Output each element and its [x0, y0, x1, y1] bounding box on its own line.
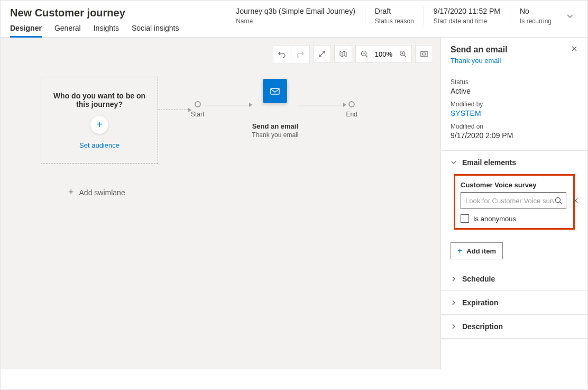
section-expiration[interactable]: Expiration: [441, 291, 587, 314]
meta-name: Journey q3b (Simple Email Journey) Name: [226, 7, 365, 25]
email-tile-title: Send an email: [252, 122, 298, 130]
section-description[interactable]: Description: [441, 315, 587, 338]
end-node: [348, 101, 355, 107]
expand-header-button[interactable]: [561, 7, 578, 20]
is-anonymous-checkbox[interactable]: [461, 214, 469, 223]
tab-designer[interactable]: Designer: [10, 21, 42, 38]
clear-survey-button[interactable]: [572, 197, 579, 204]
redo-button[interactable]: [291, 46, 309, 64]
zoom-in-button[interactable]: [394, 46, 411, 62]
customer-voice-highlight: Customer Voice survey: [454, 174, 575, 230]
add-item-button[interactable]: + Add item: [451, 242, 503, 259]
svg-rect-3: [271, 88, 279, 94]
svg-rect-2: [421, 51, 427, 57]
set-audience-link[interactable]: Set audience: [79, 141, 120, 149]
audience-question: Who do you want to be on this journey?: [50, 92, 149, 108]
status-value: Active: [451, 87, 578, 95]
survey-field-label: Customer Voice survey: [461, 181, 568, 189]
page-title: New Customer journey: [10, 7, 226, 19]
tab-social-insights[interactable]: Social insights: [132, 21, 179, 38]
section-schedule[interactable]: Schedule: [441, 267, 587, 291]
search-icon: [554, 196, 563, 205]
add-swimlane-button[interactable]: + Add swimlane: [68, 187, 125, 198]
modified-on-label: Modified on: [451, 123, 578, 130]
header-meta: Journey q3b (Simple Email Journey) Name …: [226, 7, 578, 25]
canvas-toolbar: 100%: [273, 45, 433, 64]
chevron-down-icon: [451, 159, 457, 166]
zoom-value: 100%: [373, 50, 394, 58]
is-anonymous-label: Is anonymous: [473, 215, 516, 223]
plus-icon: +: [68, 187, 74, 198]
panel-title: Send an email: [451, 45, 508, 55]
fullscreen-button[interactable]: [313, 45, 331, 63]
modified-by-value[interactable]: SYSTEM: [451, 109, 578, 117]
panel-email-link[interactable]: Thank you email: [451, 57, 508, 65]
audience-placeholder[interactable]: Who do you want to be on this journey? +…: [41, 77, 158, 164]
undo-button[interactable]: [273, 46, 291, 64]
designer-canvas[interactable]: 100% Who do you want to be on this journ…: [1, 38, 440, 369]
meta-recurring: No Is recurring: [510, 7, 561, 25]
minimap-button[interactable]: [334, 45, 352, 63]
end-label: End: [346, 111, 357, 118]
email-tile-subtitle: Thank you email: [252, 131, 298, 139]
properties-panel: Send an email Thank you email Status Act…: [440, 38, 587, 369]
survey-lookup[interactable]: [461, 192, 566, 209]
status-label: Status: [451, 78, 578, 86]
meta-status-reason: Draft Status reason: [365, 7, 424, 25]
tab-insights[interactable]: Insights: [94, 21, 119, 38]
modified-by-label: Modified by: [451, 101, 578, 108]
email-tile[interactable]: [263, 79, 287, 103]
survey-input[interactable]: [465, 197, 554, 205]
start-label: Start: [191, 111, 204, 118]
modified-on-value: 9/17/2020 2:09 PM: [451, 131, 578, 140]
add-audience-button[interactable]: +: [90, 116, 108, 134]
start-node: [195, 101, 201, 107]
chevron-right-icon: [451, 323, 457, 330]
chevron-right-icon: [451, 276, 457, 282]
svg-point-4: [556, 198, 561, 203]
section-email-elements[interactable]: Email elements: [441, 151, 587, 174]
tab-general[interactable]: General: [54, 21, 81, 38]
zoom-out-button[interactable]: [356, 46, 373, 62]
fit-to-screen-button[interactable]: [415, 45, 433, 63]
chevron-right-icon: [451, 300, 457, 306]
meta-start-date: 9/17/2020 11:52 PM Start date and time: [424, 7, 510, 25]
close-panel-button[interactable]: [571, 45, 578, 52]
plus-icon: +: [457, 246, 462, 256]
